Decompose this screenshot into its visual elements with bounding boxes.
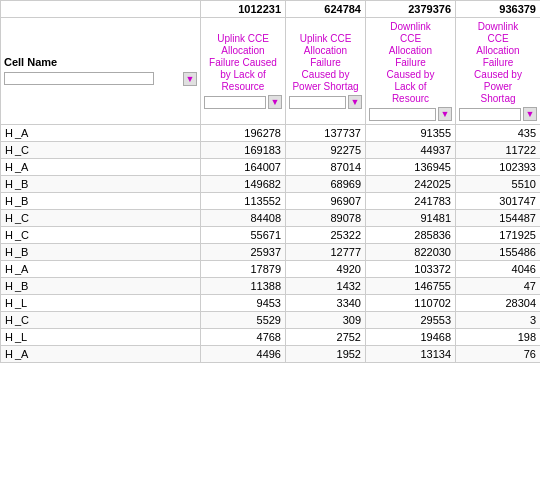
- cell-v2: 96907: [286, 193, 366, 210]
- col4-filter-dropdown[interactable]: ▼: [523, 107, 537, 121]
- cell-v2: 137737: [286, 125, 366, 142]
- cell-v2: 1432: [286, 278, 366, 295]
- cell-name-td: H_B: [1, 193, 201, 210]
- col-header-3: DownlinkCCEAllocationFailureCaused byLac…: [366, 18, 456, 125]
- cell-v1: 113552: [201, 193, 286, 210]
- cell-name-td: H_B: [1, 176, 201, 193]
- cell-v1: 17879: [201, 261, 286, 278]
- cell-v4: 171925: [456, 227, 541, 244]
- cell-v1: 164007: [201, 159, 286, 176]
- cell-name-td: H_A: [1, 125, 201, 142]
- cell-h: H: [5, 195, 13, 207]
- cell-suffix: _B: [13, 246, 28, 258]
- cell-v1: 5529: [201, 312, 286, 329]
- col-1-label: Uplink CCEAllocationFailure Causedby Lac…: [209, 33, 277, 93]
- cell-h: H: [5, 212, 13, 224]
- cell-suffix: _C: [13, 212, 29, 224]
- numbers-col-name: [1, 1, 201, 18]
- cell-suffix: _L: [13, 297, 27, 309]
- cell-v2: 12777: [286, 244, 366, 261]
- table-body: H_A19627813773791355435H_C16918392275449…: [1, 125, 541, 363]
- col-name-label: Cell Name: [4, 56, 197, 69]
- cell-v2: 2752: [286, 329, 366, 346]
- number-col-4: 936379: [456, 1, 541, 18]
- cell-h: H: [5, 246, 13, 258]
- cell-v4: 301747: [456, 193, 541, 210]
- cell-v1: 4768: [201, 329, 286, 346]
- cell-h: H: [5, 331, 13, 343]
- table-row: H_B11388143214675547: [1, 278, 541, 295]
- cell-name-td: H_L: [1, 295, 201, 312]
- cell-h: H: [5, 314, 13, 326]
- name-filter-input[interactable]: [4, 72, 154, 85]
- col-header-1: Uplink CCEAllocationFailure Causedby Lac…: [201, 18, 286, 125]
- cell-v1: 84408: [201, 210, 286, 227]
- col-header-4: DownlinkCCEAllocationFailureCaused byPow…: [456, 18, 541, 125]
- cell-h: H: [5, 127, 13, 139]
- col1-filter-dropdown[interactable]: ▼: [268, 95, 282, 109]
- cell-suffix: _A: [13, 263, 28, 275]
- col-3-label: DownlinkCCEAllocationFailureCaused byLac…: [387, 21, 435, 105]
- col2-filter-input[interactable]: [289, 96, 346, 109]
- col4-filter-input[interactable]: [459, 108, 521, 121]
- number-col-2: 624784: [286, 1, 366, 18]
- cell-h: H: [5, 348, 13, 360]
- table-row: H_L9453334011070228304: [1, 295, 541, 312]
- cell-h: H: [5, 161, 13, 173]
- cell-suffix: _A: [13, 348, 28, 360]
- col3-filter-input[interactable]: [369, 108, 436, 121]
- cell-v2: 68969: [286, 176, 366, 193]
- col2-filter-dropdown[interactable]: ▼: [348, 95, 362, 109]
- cell-v2: 1952: [286, 346, 366, 363]
- cell-name-td: H_A: [1, 159, 201, 176]
- cell-h: H: [5, 178, 13, 190]
- cell-v4: 435: [456, 125, 541, 142]
- table-row: H_C5567125322285836171925: [1, 227, 541, 244]
- table-row: H_C169183922754493711722: [1, 142, 541, 159]
- cell-h: H: [5, 297, 13, 309]
- col-4-label: DownlinkCCEAllocationFailureCaused byPow…: [474, 21, 522, 105]
- cell-v1: 11388: [201, 278, 286, 295]
- name-filter-dropdown[interactable]: ▼: [183, 72, 197, 86]
- cell-name-td: H_B: [1, 244, 201, 261]
- cell-suffix: _C: [13, 314, 29, 326]
- cell-h: H: [5, 144, 13, 156]
- cell-v1: 196278: [201, 125, 286, 142]
- cell-v4: 3: [456, 312, 541, 329]
- table-row: H_A1787949201033724046: [1, 261, 541, 278]
- cell-v3: 44937: [366, 142, 456, 159]
- data-table: 1012231 624784 2379376 936379 Cell Name …: [0, 0, 540, 363]
- cell-v4: 47: [456, 278, 541, 295]
- cell-v3: 103372: [366, 261, 456, 278]
- cell-suffix: _A: [13, 127, 28, 139]
- col-2-label: Uplink CCEAllocationFailureCaused byPowe…: [292, 33, 358, 93]
- cell-v4: 155486: [456, 244, 541, 261]
- cell-v2: 87014: [286, 159, 366, 176]
- cell-v2: 25322: [286, 227, 366, 244]
- col-header-name: Cell Name ▼: [1, 18, 201, 125]
- cell-v4: 154487: [456, 210, 541, 227]
- col-header-2: Uplink CCEAllocationFailureCaused byPowe…: [286, 18, 366, 125]
- cell-name-td: H_C: [1, 210, 201, 227]
- col3-filter-dropdown[interactable]: ▼: [438, 107, 452, 121]
- cell-v3: 242025: [366, 176, 456, 193]
- cell-v3: 110702: [366, 295, 456, 312]
- cell-h: H: [5, 280, 13, 292]
- cell-suffix: _L: [13, 331, 27, 343]
- cell-v3: 19468: [366, 329, 456, 346]
- cell-v4: 4046: [456, 261, 541, 278]
- cell-v2: 4920: [286, 261, 366, 278]
- table-row: H_C5529309295533: [1, 312, 541, 329]
- cell-name-td: H_A: [1, 346, 201, 363]
- cell-v3: 91481: [366, 210, 456, 227]
- cell-name-td: H_C: [1, 142, 201, 159]
- cell-v4: 198: [456, 329, 541, 346]
- column-header-row: Cell Name ▼ Uplink CCEAllocationFailure …: [1, 18, 541, 125]
- cell-v3: 241783: [366, 193, 456, 210]
- cell-suffix: _B: [13, 280, 28, 292]
- cell-name-td: H_C: [1, 312, 201, 329]
- cell-suffix: _B: [13, 178, 28, 190]
- col1-filter-input[interactable]: [204, 96, 266, 109]
- table-row: H_A16400787014136945102393: [1, 159, 541, 176]
- table-row: H_A19627813773791355435: [1, 125, 541, 142]
